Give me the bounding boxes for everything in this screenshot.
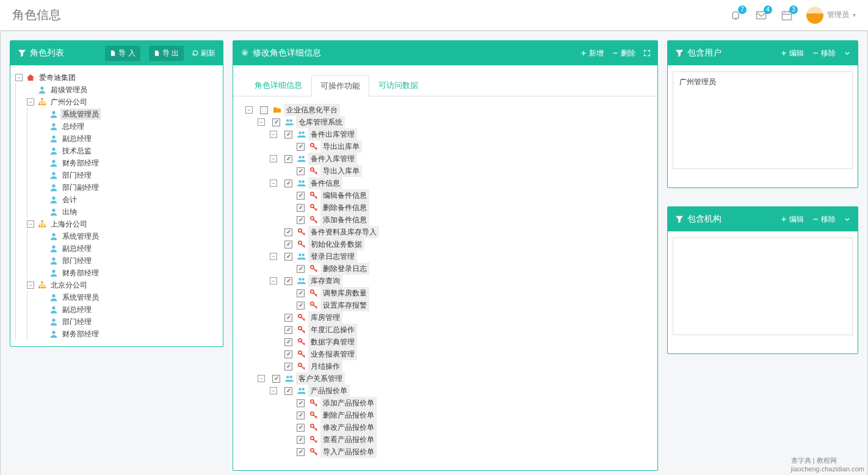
tree-toggle[interactable]: − [270, 387, 277, 394]
tab-functions[interactable]: 可操作功能 [311, 75, 369, 96]
checkbox[interactable] [297, 436, 305, 444]
perm-node[interactable]: 客户关系管理 [296, 372, 345, 385]
perm-node[interactable]: 添加备件信息 [320, 214, 369, 226]
checkbox[interactable] [284, 277, 292, 285]
checkbox[interactable] [297, 204, 305, 212]
tree-node[interactable]: 系统管理员 [60, 292, 101, 303]
perm-node[interactable]: 导入产品报价单 [320, 446, 377, 458]
orgs-remove-button[interactable]: 移除 [812, 214, 836, 225]
perm-node[interactable]: 数据字典管理 [308, 336, 357, 348]
checkbox[interactable] [284, 314, 292, 322]
checkbox[interactable] [284, 131, 292, 139]
tree-node[interactable]: 部门副经理 [60, 182, 101, 193]
checkbox[interactable] [297, 143, 305, 151]
tree-node[interactable]: 技术总监 [60, 145, 93, 156]
notifications-calendar[interactable]: 3 [781, 9, 793, 21]
checkbox[interactable] [284, 326, 292, 334]
tree-node[interactable]: 财务部经理 [60, 158, 101, 169]
perm-node[interactable]: 备件资料及库存导入 [308, 226, 379, 238]
users-edit-button[interactable]: 编辑 [781, 48, 804, 59]
checkbox[interactable] [284, 253, 292, 261]
checkbox[interactable] [272, 375, 280, 383]
checkbox[interactable] [284, 338, 292, 346]
perm-node[interactable]: 导出入库单 [320, 165, 362, 177]
checkbox[interactable] [284, 241, 292, 248]
perm-node[interactable]: 添加产品报价单 [320, 397, 377, 409]
tree-node[interactable]: 会计 [60, 194, 79, 205]
tree-toggle[interactable]: − [270, 155, 277, 162]
tree-toggle[interactable]: − [27, 281, 34, 289]
tree-toggle[interactable]: − [270, 277, 277, 285]
notifications-bell[interactable]: 7 [729, 9, 742, 21]
tree-node[interactable]: 副总经理 [60, 243, 93, 254]
users-remove-button[interactable]: 移除 [812, 48, 836, 59]
tree-node[interactable]: 出纳 [60, 206, 79, 217]
checkbox[interactable] [297, 399, 305, 407]
notifications-mail[interactable]: 4 [755, 9, 767, 21]
tree-toggle[interactable]: − [270, 131, 277, 138]
checkbox[interactable] [297, 167, 305, 175]
tree-toggle[interactable]: − [258, 118, 265, 126]
checkbox[interactable] [284, 363, 292, 371]
perm-node[interactable]: 删除备件信息 [320, 201, 369, 214]
perm-node[interactable]: 导出出库单 [320, 140, 362, 153]
tree-toggle[interactable]: − [258, 375, 265, 382]
tree-node[interactable]: 副总经理 [60, 304, 93, 315]
orgs-listbox[interactable] [673, 238, 853, 335]
tree-node[interactable]: 总经理 [60, 121, 86, 132]
perm-node[interactable]: 删除产品报价单 [320, 409, 377, 421]
orgs-collapse-button[interactable] [844, 216, 850, 222]
tree-node[interactable]: 广州分公司 [49, 96, 89, 107]
perm-node[interactable]: 设置库存报警 [320, 299, 369, 311]
tree-toggle[interactable]: − [15, 74, 23, 81]
perm-node[interactable]: 调整库房数量 [320, 287, 369, 299]
tree-toggle[interactable]: − [270, 253, 277, 260]
orgs-edit-button[interactable]: 编辑 [781, 214, 804, 225]
tree-node[interactable]: 爱奇迪集团 [37, 72, 78, 83]
checkbox[interactable] [260, 106, 268, 114]
tree-node[interactable]: 财务部经理 [60, 328, 101, 339]
tree-node[interactable]: 部门经理 [60, 170, 93, 181]
checkbox[interactable] [284, 350, 292, 358]
perm-node[interactable]: 备件信息 [308, 177, 342, 189]
tree-node[interactable]: 上海分公司 [49, 219, 89, 230]
users-listbox[interactable]: 广州管理员 [673, 71, 853, 169]
checkbox[interactable] [284, 228, 292, 236]
tree-node[interactable]: 部门经理 [60, 255, 93, 266]
tree-node[interactable]: 财务部经理 [60, 267, 101, 278]
refresh-button[interactable]: 刷新 [192, 48, 215, 59]
perm-node[interactable]: 业务报表管理 [308, 348, 357, 360]
tree-node[interactable]: 副总经理 [60, 133, 93, 144]
tree-toggle[interactable]: − [27, 98, 34, 106]
tree-node[interactable]: 北京分公司 [49, 280, 89, 291]
tree-node[interactable]: 部门经理 [60, 316, 93, 327]
checkbox[interactable] [297, 448, 305, 456]
tree-node[interactable]: 超级管理员 [49, 84, 89, 95]
perm-node[interactable]: 查看产品报价单 [320, 433, 377, 446]
checkbox[interactable] [284, 387, 292, 395]
checkbox[interactable] [297, 265, 305, 273]
perm-node[interactable]: 库房管理 [308, 311, 342, 324]
perm-node[interactable]: 修改产品报价单 [320, 421, 377, 433]
perm-node[interactable]: 月结操作 [308, 360, 342, 372]
checkbox[interactable] [297, 192, 305, 200]
add-button[interactable]: 新增 [580, 48, 604, 59]
list-item[interactable]: 广州管理员 [679, 76, 846, 89]
checkbox[interactable] [297, 302, 305, 310]
perm-node[interactable]: 产品报价单 [308, 385, 350, 397]
perm-node[interactable]: 编辑备件信息 [320, 189, 369, 201]
tree-toggle[interactable]: − [27, 220, 34, 228]
checkbox[interactable] [272, 118, 280, 126]
perm-node[interactable]: 企业信息化平台 [284, 104, 340, 116]
checkbox[interactable] [297, 289, 305, 297]
checkbox[interactable] [297, 424, 305, 432]
checkbox[interactable] [297, 412, 305, 419]
tree-toggle[interactable]: − [245, 106, 253, 114]
perm-node[interactable]: 仓库管理系统 [296, 116, 345, 128]
checkbox[interactable] [284, 155, 292, 163]
perm-node[interactable]: 初始化业务数据 [308, 238, 364, 250]
perm-node[interactable]: 年度汇总操作 [308, 324, 357, 336]
checkbox[interactable] [297, 216, 305, 224]
perm-node[interactable]: 登录日志管理 [308, 250, 357, 263]
export-button[interactable]: 导 出 [149, 46, 184, 61]
